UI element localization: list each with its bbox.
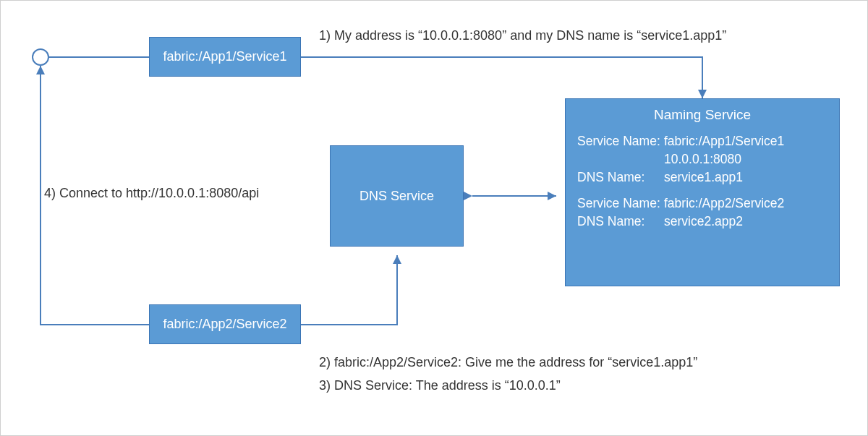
service2-box: fabric:/App2/Service2 — [149, 304, 301, 344]
step-4-label: 4) Connect to http://10.0.0.1:8080/api — [44, 186, 259, 201]
naming-entry-row: 10.0.0.1:8080 — [577, 150, 827, 168]
naming-key-dns-name: DNS Name: — [577, 168, 664, 187]
step-3-label: 3) DNS Service: The address is “10.0.0.1… — [319, 378, 561, 393]
step-2-label: 2) fabric:/App2/Service2: Give me the ad… — [319, 355, 697, 370]
naming-value-service2: fabric:/App2/Service2 — [664, 195, 827, 213]
origin-circle — [33, 49, 48, 65]
naming-value-dns1: service1.app1 — [664, 168, 827, 187]
step-1-label: 1) My address is “10.0.0.1:8080” and my … — [319, 28, 726, 43]
diagram-canvas: fabric:/App1/Service1 fabric:/App2/Servi… — [0, 0, 868, 436]
service2-label: fabric:/App2/Service2 — [163, 317, 286, 332]
naming-value-service1: fabric:/App1/Service1 — [664, 132, 827, 150]
naming-key-service-name: Service Name: — [577, 195, 664, 213]
service1-box: fabric:/App1/Service1 — [149, 37, 301, 77]
naming-key-service-name: Service Name: — [577, 132, 664, 150]
service1-label: fabric:/App1/Service1 — [163, 49, 286, 64]
naming-value-dns2: service2.app2 — [664, 213, 827, 231]
naming-key-dns-name: DNS Name: — [577, 213, 664, 231]
naming-entry-row: Service Name: fabric:/App2/Service2 — [577, 195, 827, 213]
naming-entry-row: DNS Name: service2.app2 — [577, 213, 827, 231]
naming-entry-row: DNS Name: service1.app1 — [577, 168, 827, 187]
naming-value-address1: 10.0.0.1:8080 — [664, 150, 827, 168]
naming-service-title: Naming Service — [577, 105, 827, 125]
naming-service-box: Naming Service Service Name: fabric:/App… — [565, 98, 840, 286]
naming-entry-row: Service Name: fabric:/App1/Service1 — [577, 132, 827, 150]
dns-service-label: DNS Service — [359, 189, 434, 204]
dns-service-box: DNS Service — [330, 145, 464, 247]
